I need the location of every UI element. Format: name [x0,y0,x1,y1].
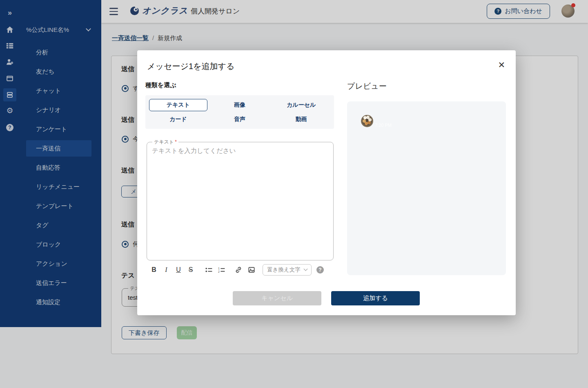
bold-button[interactable]: B [148,264,160,276]
italic-button[interactable]: I [160,264,172,276]
type-option-text[interactable]: テキスト [149,99,207,111]
cancel-button[interactable]: キャンセル [233,291,321,305]
underline-button[interactable]: U [172,264,185,276]
chevron-down-icon [304,267,308,271]
type-option-audio[interactable]: 音声 [210,113,269,126]
type-option-video[interactable]: 動画 [272,113,330,126]
close-icon[interactable]: ✕ [498,60,505,70]
preview-panel: 7:20 PM [347,101,506,275]
add-button[interactable]: 追加する [331,291,420,305]
svg-text:2: 2 [218,270,220,273]
bullet-list-icon[interactable] [203,264,214,276]
type-section-label: 種類を選ぶ [145,81,176,89]
type-option-image[interactable]: 画像 [210,99,269,111]
preview-avatar [361,115,373,127]
type-option-card[interactable]: カード [149,113,207,126]
replace-text-dropdown[interactable]: 置き換え文字 [263,264,312,276]
svg-text:1: 1 [218,267,220,269]
modal-title: メッセージ1を追加する [147,61,234,72]
numbered-list-icon[interactable]: 12 [216,264,227,276]
strikethrough-button[interactable]: S [185,264,197,276]
text-field-label: テキスト* [152,139,178,145]
message-type-selector: テキスト 画像 カルーセル カード 音声 動画 [145,95,334,129]
message-text-input[interactable]: テキスト* テキストを入力してください [147,142,334,260]
add-message-modal: メッセージ1を追加する ✕ 種類を選ぶ テキスト 画像 カルーセル カード 音声… [137,50,516,315]
type-option-carousel[interactable]: カルーセル [272,99,330,111]
text-field-placeholder: テキストを入力してください [152,147,236,155]
required-asterisk: * [175,139,177,145]
preview-title: プレビュー [347,81,387,91]
insert-image-icon[interactable] [246,264,257,276]
toolbar-help-icon[interactable]: ? [316,266,324,274]
preview-timestamp: 7:20 PM [375,123,392,128]
rich-text-toolbar: B I U S 12 置き換え文字 ? [148,264,324,276]
insert-link-icon[interactable] [233,264,244,276]
